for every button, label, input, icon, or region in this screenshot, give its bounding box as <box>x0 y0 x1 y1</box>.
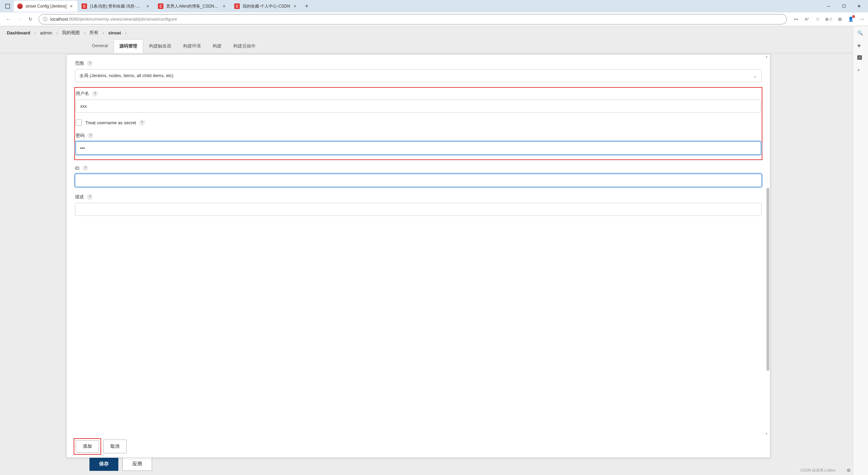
tab-close-icon[interactable]: × <box>68 3 74 9</box>
help-icon[interactable]: ? <box>87 194 93 200</box>
tab-actions-icon[interactable] <box>3 1 12 11</box>
favorite-icon[interactable]: ☆ <box>814 16 821 23</box>
help-icon[interactable]: ? <box>139 119 145 126</box>
cancel-button[interactable]: 取消 <box>103 440 127 453</box>
breadcrumb-item[interactable]: admin <box>40 30 52 35</box>
info-icon: ⓘ <box>43 16 47 22</box>
csdn-favicon-icon: C <box>158 3 163 9</box>
window-minimize-icon[interactable]: ─ <box>821 1 836 12</box>
new-tab-button[interactable]: + <box>302 1 311 11</box>
chevron-right-icon: › <box>34 30 36 35</box>
search-icon[interactable]: 🔍 <box>857 30 864 37</box>
save-button[interactable]: 保存 <box>89 457 118 471</box>
tab-title: (1条消息) 赞和收藏-消息-CSDN <box>90 3 143 9</box>
jenkins-favicon-icon <box>17 3 23 9</box>
browser-tab-0[interactable]: sinsei Config [Jenkins] × <box>14 1 77 12</box>
address-bar: ← → ↻ ⓘ localhost:8080/jenkins/me/my-vie… <box>0 12 868 26</box>
url-text: localhost:8080/jenkins/me/my-views/view/… <box>50 17 177 22</box>
scope-value: 全局 (Jenkins, nodes, items, all child ite… <box>79 73 173 79</box>
chevron-right-icon: › <box>84 30 85 35</box>
browser-tab-3[interactable]: C 我的收藏-个人中心-CSDN × <box>231 1 301 12</box>
refresh-button[interactable]: ↻ <box>25 14 36 25</box>
help-icon[interactable]: ? <box>87 133 94 139</box>
window-close-icon[interactable]: ✕ <box>851 1 867 12</box>
breadcrumb-item[interactable]: 我的视图 <box>62 30 80 36</box>
tab-triggers[interactable]: 构建触发器 <box>143 39 177 53</box>
credentials-modal: 范围 ? 全局 (Jenkins, nodes, items, all chil… <box>66 54 770 458</box>
help-icon[interactable]: ? <box>92 91 98 97</box>
scope-label: 范围 <box>75 60 84 66</box>
username-input[interactable] <box>76 99 761 113</box>
favorites-bar-icon[interactable]: ⊕☆ <box>825 16 832 23</box>
id-input[interactable] <box>75 174 762 187</box>
scroll-up-icon[interactable]: ▴ <box>766 55 769 58</box>
apply-button[interactable]: 应用 <box>122 457 152 471</box>
back-button[interactable]: ← <box>3 14 14 25</box>
treat-secret-label: Treat username as secret <box>85 120 136 125</box>
tab-scm[interactable]: 源码管理 <box>114 39 143 53</box>
treat-secret-checkbox[interactable] <box>76 119 82 126</box>
tab-general[interactable]: General <box>86 39 114 53</box>
description-input[interactable] <box>75 203 762 216</box>
tab-title: 真男人Allen的博客_CSDN博客-2 <box>166 3 219 9</box>
gear-icon[interactable]: ⚙ <box>847 468 851 473</box>
scroll-down-icon[interactable]: ▾ <box>766 432 769 435</box>
tab-build[interactable]: 构建 <box>207 39 227 53</box>
csdn-favicon-icon: C <box>82 3 87 9</box>
username-label: 用户名 <box>76 91 89 97</box>
chevron-right-icon: › <box>103 30 104 35</box>
collections-icon[interactable]: ⊞ <box>836 16 843 23</box>
scrollbar-thumb[interactable] <box>767 188 769 371</box>
edge-sidebar: 🔍 ◈ 🅰 + <box>853 26 868 475</box>
shopping-icon[interactable]: ◈ <box>857 43 864 50</box>
breadcrumb-item[interactable]: sinsei <box>108 30 121 35</box>
help-icon[interactable]: ? <box>82 165 88 171</box>
tab-close-icon[interactable]: × <box>292 3 298 9</box>
browser-tab-bar: sinsei Config [Jenkins] × C (1条消息) 赞和收藏-… <box>0 0 868 12</box>
chevron-down-icon: ⌄ <box>753 73 757 78</box>
tools-icon[interactable]: 🅰 <box>857 55 864 62</box>
scrollbar[interactable]: ▴ ▾ <box>766 55 770 435</box>
url-input[interactable]: ⓘ localhost:8080/jenkins/me/my-views/vie… <box>39 14 787 24</box>
breadcrumb-item[interactable]: 所有 <box>89 30 98 36</box>
chevron-right-icon: › <box>125 30 127 35</box>
key-icon[interactable]: 🗝 <box>792 16 799 23</box>
breadcrumb: Dashboard › admin › 我的视图 › 所有 › sinsei › <box>0 26 853 39</box>
browser-tab-1[interactable]: C (1条消息) 赞和收藏-消息-CSDN × <box>78 1 154 12</box>
password-label: 密码 <box>76 133 85 139</box>
tab-postbuild[interactable]: 构建后操作 <box>227 39 261 53</box>
chevron-right-icon: › <box>56 30 58 35</box>
csdn-favicon-icon: C <box>234 3 240 9</box>
breadcrumb-item[interactable]: Dashboard <box>7 30 30 35</box>
tab-close-icon[interactable]: × <box>145 3 150 9</box>
profile-icon[interactable]: 👤 <box>847 16 854 23</box>
scope-select[interactable]: 全局 (Jenkins, nodes, items, all child ite… <box>75 69 762 82</box>
id-label: ID <box>75 166 79 171</box>
browser-tab-2[interactable]: C 真男人Allen的博客_CSDN博客-2 × <box>154 1 230 12</box>
forward-button[interactable]: → <box>14 14 25 25</box>
tab-title: sinsei Config [Jenkins] <box>25 4 66 9</box>
add-button[interactable]: 添加 <box>76 440 99 453</box>
more-icon[interactable]: ⋯ <box>858 16 865 23</box>
tab-environment[interactable]: 构建环境 <box>177 39 207 53</box>
plus-icon[interactable]: + <box>857 67 864 74</box>
tab-title: 我的收藏-个人中心-CSDN <box>243 3 290 9</box>
read-aloud-icon[interactable]: A⁾ <box>803 16 810 23</box>
watermark: CSDN @真男人Allen <box>800 468 836 473</box>
description-label: 描述 <box>75 194 84 200</box>
tab-close-icon[interactable]: × <box>221 3 227 9</box>
help-icon[interactable]: ? <box>87 60 93 66</box>
config-tabs: General 源码管理 构建触发器 构建环境 构建 构建后操作 <box>0 39 853 53</box>
window-maximize-icon[interactable]: ☐ <box>836 1 851 12</box>
svg-rect-0 <box>6 4 10 8</box>
password-input[interactable] <box>76 141 761 155</box>
